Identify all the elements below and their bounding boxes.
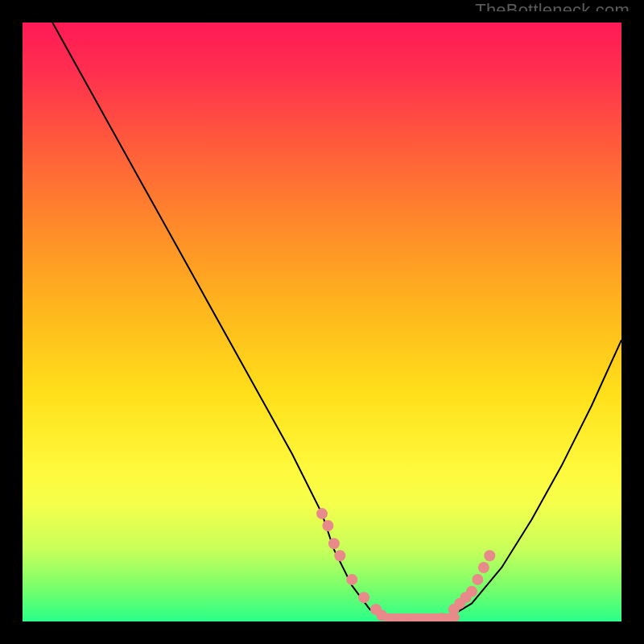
chart-svg [23,23,621,621]
plot-area [23,23,621,621]
highlight-dot [484,550,495,561]
highlight-dot [358,592,369,603]
highlight-dot [346,574,357,585]
bottom-band-group [382,613,460,621]
highlight-dot [466,586,477,597]
highlight-dot [322,520,333,531]
highlight-dot [316,508,328,519]
outer-black-frame [11,11,633,633]
highlight-dots-group [316,508,495,621]
bottom-band-segment [442,613,460,621]
bottleneck-curve-path [52,23,621,621]
highlight-dot [334,550,345,561]
highlight-dot [472,574,483,585]
highlight-dot [328,538,340,549]
highlight-dot [478,562,489,573]
